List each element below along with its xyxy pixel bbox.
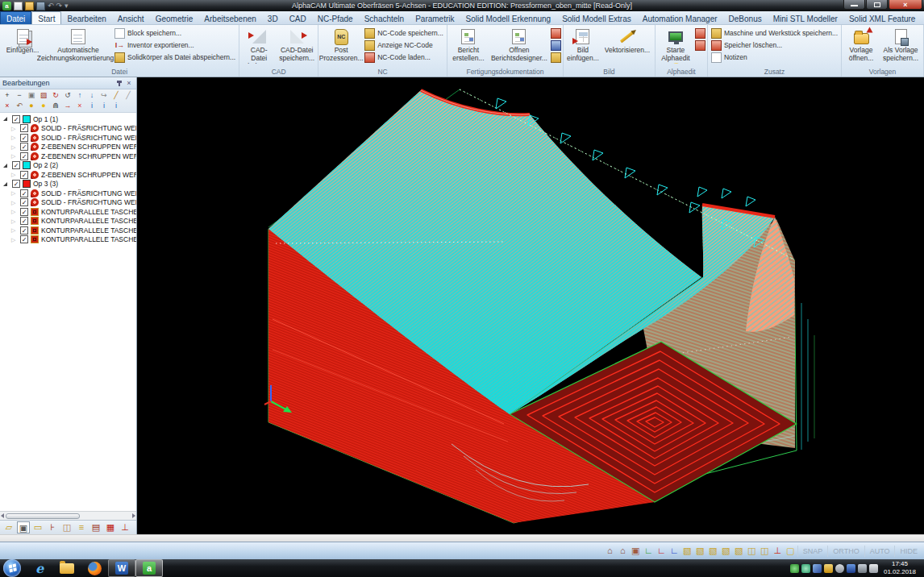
panel-tool-button[interactable]: × xyxy=(2,101,13,110)
panel-bottom-tab[interactable]: ⊦ xyxy=(46,521,59,533)
tree-row[interactable]: ▷ ✓ KONTURPARALLELE TASCHE - SCH xyxy=(0,207,136,217)
taskbar-item-explorer[interactable] xyxy=(53,559,81,577)
cad-datei-speichern-button[interactable]: CAD-Datei speichern... xyxy=(277,26,316,68)
tray-icon[interactable] xyxy=(858,564,867,573)
anzeige-nc-code-button[interactable]: Anzeige NC-Code xyxy=(363,39,445,51)
expander-collapsed-icon[interactable]: ▷ xyxy=(11,170,18,179)
ribbon-tab[interactable]: Schachteln xyxy=(359,11,410,24)
tree-row[interactable]: ▷ ✓ Z-EBENEN SCHRUPPEN WERKZEU xyxy=(0,170,136,180)
view-tool-button[interactable]: ⌂ xyxy=(617,545,629,557)
report-help-button[interactable] xyxy=(551,52,561,63)
inventor-exportieren-button[interactable]: I→ Inventor exportieren... xyxy=(113,39,237,51)
panel-tool-button[interactable]: i xyxy=(110,101,122,110)
view-tool-button[interactable]: ▧ xyxy=(733,545,745,557)
status-toggle[interactable]: HIDE xyxy=(894,546,922,557)
taskbar-clock[interactable]: 17:45 01.02.2018 xyxy=(880,560,921,575)
view-tool-button[interactable]: ∟ xyxy=(668,545,681,557)
ribbon-tab[interactable]: Automation Manager xyxy=(637,11,723,24)
view-tool-button[interactable]: ∟ xyxy=(656,545,668,557)
visibility-checkbox[interactable]: ✓ xyxy=(12,180,20,188)
visibility-checkbox[interactable]: ✓ xyxy=(20,143,28,151)
panel-tool-button[interactable]: ↺ xyxy=(62,90,73,100)
pin-icon[interactable] xyxy=(114,78,124,88)
expander-collapsed-icon[interactable]: ▷ xyxy=(11,189,18,197)
view-tool-button[interactable]: ▢ xyxy=(785,545,797,557)
tray-icon[interactable] xyxy=(801,564,810,573)
alphaedit-link-button[interactable] xyxy=(695,40,705,51)
ribbon-tab[interactable]: Geometrie xyxy=(150,11,199,24)
cad-datei-laden-button[interactable]: CAD-Datei laden... xyxy=(241,26,277,68)
start-button[interactable] xyxy=(3,559,21,577)
expander-collapsed-icon[interactable]: ▷ xyxy=(11,124,18,133)
panel-tool-button[interactable]: − xyxy=(14,90,25,100)
ribbon-tab[interactable]: Add-Ins/Makros xyxy=(921,11,924,24)
als-vorlage-speichern-button[interactable]: Als Vorlage speichern... xyxy=(880,26,922,68)
bericht-erstellen-button[interactable]: Bericht erstellen... xyxy=(449,26,488,68)
panel-bottom-tab[interactable]: ▦ xyxy=(104,521,117,533)
post-prozessoren-button[interactable]: NC Post Prozessoren... xyxy=(320,26,362,68)
panel-tool-button[interactable]: ▣ xyxy=(26,90,37,100)
view-tool-button[interactable]: ∟ xyxy=(643,545,655,557)
taskbar-item-word[interactable]: W xyxy=(108,559,135,577)
status-toggle[interactable]: AUTO xyxy=(864,546,895,557)
panel-tool-button[interactable]: + xyxy=(2,90,13,100)
tree-row[interactable]: ▷ ✓ Z-EBENEN SCHRUPPEN WERKZEU xyxy=(0,143,136,152)
expander-collapsed-icon[interactable]: ▷ xyxy=(11,198,18,207)
visibility-checkbox[interactable]: ✓ xyxy=(20,171,28,179)
vorlage-oeffnen-button[interactable]: Vorlage öffnen... xyxy=(843,26,879,68)
expander-expanded-icon[interactable] xyxy=(3,117,7,121)
panel-tool-button[interactable]: ↻ xyxy=(50,90,61,100)
ribbon-tab[interactable]: Solid Modell Erkennung xyxy=(460,11,557,24)
ribbon-tab[interactable]: Arbeitsebenen xyxy=(198,11,262,24)
visibility-checkbox[interactable]: ✓ xyxy=(20,134,28,142)
berichtsdesigner-button[interactable]: Öffnen Berichtsdesigner... xyxy=(489,26,550,68)
view-tool-button[interactable]: ⌂ xyxy=(604,545,616,557)
speicher-loeschen-button[interactable]: Speicher löschen... xyxy=(710,39,839,51)
tray-icon[interactable] xyxy=(835,564,844,573)
notizen-button[interactable]: Notizen xyxy=(710,52,839,63)
taskbar-item-alphacam[interactable]: a xyxy=(135,559,163,577)
visibility-checkbox[interactable]: ✓ xyxy=(20,124,28,132)
view-tool-button[interactable]: ▧ xyxy=(720,545,732,557)
ribbon-tab[interactable]: Solid XML Feature xyxy=(843,11,921,24)
tree-row[interactable]: ▷ ✓ SOLID - FRÄSRICHTUNG WERKZE xyxy=(0,133,136,143)
panel-tool-button[interactable]: → xyxy=(62,101,73,110)
expander-expanded-icon[interactable] xyxy=(3,164,7,168)
panel-close-icon[interactable]: × xyxy=(124,78,134,88)
ribbon-tab[interactable]: Datei xyxy=(0,11,31,24)
visibility-checkbox[interactable]: ✓ xyxy=(20,217,28,225)
tree-row[interactable]: ▷ ✓ Z-EBENEN SCHRUPPEN WERKZEU xyxy=(0,152,136,161)
tree-row[interactable]: ▷ ✓ SOLID - FRÄSRICHTUNG WERKZE xyxy=(0,124,136,134)
tree-row[interactable]: ▷ ✓ SOLID - FRÄSRICHTUNG WERKZE xyxy=(0,198,136,208)
ribbon-tab[interactable]: Mini STL Modeller xyxy=(768,11,843,24)
panel-bottom-tab[interactable]: ◫ xyxy=(60,521,73,533)
maschine-werkstueck-speichern-button[interactable]: Maschine und Werkstück speichern... xyxy=(710,27,839,39)
expander-collapsed-icon[interactable]: ▷ xyxy=(11,143,18,152)
panel-bottom-tab[interactable]: ▱ xyxy=(2,521,15,533)
panel-bottom-tab[interactable]: ≡ xyxy=(75,521,88,533)
viewport[interactable] xyxy=(137,77,924,534)
view-tool-button[interactable]: ▧ xyxy=(681,545,693,557)
report-edit-button[interactable] xyxy=(551,28,561,39)
panel-tool-button[interactable]: ● xyxy=(26,101,37,110)
panel-tool-button[interactable]: i xyxy=(98,101,110,110)
ribbon-tab[interactable]: DeBonus xyxy=(723,11,768,24)
nc-code-speichern-button[interactable]: NC-Code speichern... xyxy=(363,27,445,39)
panel-tool-button[interactable]: ↓ xyxy=(86,90,98,100)
tree-row[interactable]: ▷ ✓ KONTURPARALLELE TASCHE - SCH xyxy=(0,217,136,226)
tree-row[interactable]: ✓ Op 3 (3) xyxy=(0,180,136,189)
panel-bottom-tab[interactable]: ▣ xyxy=(17,521,30,533)
tray-icon[interactable] xyxy=(824,564,833,573)
view-tool-button[interactable]: ◫ xyxy=(746,545,758,557)
panel-hscrollbar[interactable] xyxy=(0,511,136,520)
visibility-checkbox[interactable]: ✓ xyxy=(20,152,28,160)
block-speichern-button[interactable]: Block speichern... xyxy=(113,27,237,39)
panel-tool-button[interactable]: ↪ xyxy=(98,90,110,100)
ribbon-tab[interactable]: Solid Modell Extras xyxy=(556,11,637,24)
report-settings-button[interactable] xyxy=(551,40,561,51)
panel-bottom-tab[interactable]: ▭ xyxy=(31,521,44,533)
visibility-checkbox[interactable]: ✓ xyxy=(20,198,28,206)
status-toggle[interactable]: ORTHO xyxy=(827,546,864,557)
panel-bottom-tab[interactable]: ▤ xyxy=(89,521,102,533)
ribbon-tab[interactable]: Bearbeiten xyxy=(61,11,111,24)
